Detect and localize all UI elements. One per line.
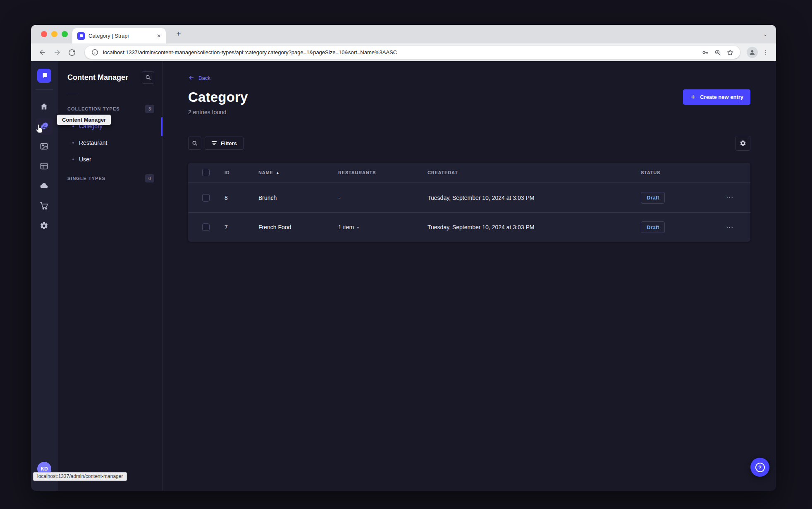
subnav-title: Content Manager — [67, 73, 128, 82]
content-type-builder-nav-icon[interactable] — [36, 158, 53, 174]
window-controls — [41, 31, 68, 37]
entries-count-text: 2 entries found — [188, 109, 776, 115]
chevron-down-icon: ▾ — [357, 225, 359, 230]
main-content: Back Category Create new entry 2 entries… — [163, 61, 776, 491]
create-new-entry-button[interactable]: Create new entry — [683, 89, 750, 105]
table-header-row: ID NAME▲ RESTAURANTS CREATEDAT STATUS — [188, 163, 750, 183]
cell-id: 7 — [224, 224, 258, 230]
sort-asc-icon: ▲ — [276, 171, 280, 175]
question-mark-icon: ? — [755, 463, 765, 472]
back-link[interactable]: Back — [188, 74, 210, 81]
subnav-item-label: User — [79, 156, 91, 163]
page-title: Category — [188, 89, 248, 105]
bullet-icon — [72, 142, 74, 144]
select-all-checkbox[interactable] — [202, 169, 210, 176]
content-manager-tooltip: Content Manager — [57, 115, 111, 125]
marketplace-cart-nav-icon[interactable] — [36, 197, 53, 214]
plus-icon — [690, 94, 696, 100]
link-preview-status: localhost:1337/admin/content-manager — [33, 472, 127, 481]
site-info-icon[interactable] — [91, 48, 99, 57]
strapi-logo[interactable] — [37, 69, 51, 83]
filter-icon — [211, 141, 217, 146]
bullet-icon — [72, 125, 74, 127]
subnav-divider — [67, 93, 77, 93]
collection-types-count-badge: 3 — [145, 105, 154, 113]
single-types-label: SINGLE TYPES — [67, 176, 105, 181]
browser-menu-icon[interactable]: ⋮ — [760, 48, 770, 56]
browser-toolbar: localhost:1337/admin/content-manager/col… — [31, 43, 776, 61]
single-types-section: SINGLE TYPES 0 — [57, 174, 162, 182]
media-library-nav-icon[interactable] — [36, 138, 53, 154]
subnav-item-restaurant[interactable]: Restaurant — [67, 134, 154, 151]
subnav-search-button[interactable] — [142, 71, 154, 84]
content-manager-subnav: Content Manager COLLECTION TYPES 3 Cat — [57, 61, 163, 491]
column-header-name[interactable]: NAME▲ — [258, 170, 338, 175]
rail-divider — [36, 89, 53, 90]
strapi-favicon — [77, 32, 85, 40]
filters-button[interactable]: Filters — [205, 137, 244, 150]
filters-bar: Filters — [188, 136, 776, 151]
close-window-button[interactable] — [41, 31, 47, 37]
zoom-window-button[interactable] — [62, 31, 68, 37]
bookmark-star-icon[interactable] — [726, 48, 734, 57]
cell-restaurants: - — [338, 194, 427, 201]
status-badge: Draft — [641, 192, 665, 204]
column-header-restaurants[interactable]: RESTAURANTS — [338, 170, 427, 175]
browser-window: Category | Strapi ✕ + ⌄ localhost:1337/a… — [31, 25, 776, 491]
url-text[interactable]: localhost:1337/admin/content-manager/col… — [103, 49, 697, 55]
column-header-createdat[interactable]: CREATEDAT — [427, 170, 641, 175]
password-key-icon[interactable] — [701, 48, 709, 57]
status-badge: Draft — [641, 221, 665, 233]
zoom-page-icon[interactable] — [714, 48, 722, 57]
filters-label: Filters — [221, 140, 237, 146]
main-nav-rail: KD — [31, 61, 57, 491]
content-manager-nav-icon[interactable] — [36, 118, 53, 134]
cell-name: Brunch — [258, 194, 338, 201]
row-checkbox[interactable] — [202, 223, 210, 231]
cell-id: 8 — [224, 194, 258, 201]
browser-profile-avatar[interactable] — [747, 47, 758, 58]
deploy-cloud-nav-icon[interactable] — [36, 178, 53, 194]
tab-title: Category | Strapi — [88, 33, 153, 39]
strapi-admin: KD Content Manager COLLECTION TYPES 3 — [31, 61, 776, 491]
help-button[interactable]: ? — [750, 458, 769, 477]
subnav-item-user[interactable]: User — [67, 151, 154, 168]
row-checkbox[interactable] — [202, 194, 210, 202]
tab-close-icon[interactable]: ✕ — [157, 33, 161, 39]
create-new-entry-label: Create new entry — [700, 94, 743, 100]
single-types-count-badge: 0 — [145, 174, 154, 182]
cell-createdat: Tuesday, September 10, 2024 at 3:03 PM — [427, 224, 641, 230]
forward-nav-icon[interactable] — [52, 47, 62, 58]
cell-restaurants[interactable]: 1 item▾ — [338, 224, 427, 230]
minimize-window-button[interactable] — [51, 31, 57, 37]
active-item-indicator — [161, 117, 162, 136]
desktop: Category | Strapi ✕ + ⌄ localhost:1337/a… — [0, 0, 812, 509]
collection-types-section: COLLECTION TYPES 3 Category Restaurant — [57, 105, 162, 168]
browser-tab[interactable]: Category | Strapi ✕ — [72, 28, 166, 43]
bullet-icon — [72, 158, 74, 160]
entries-table: ID NAME▲ RESTAURANTS CREATEDAT STATUS 8 … — [188, 163, 750, 242]
column-header-id[interactable]: ID — [224, 170, 258, 175]
back-label: Back — [198, 75, 210, 81]
cell-name: French Food — [258, 224, 338, 230]
table-row[interactable]: 7 French Food 1 item▾ Tuesday, September… — [188, 212, 750, 242]
tab-search-chevron-icon[interactable]: ⌄ — [760, 29, 770, 39]
back-nav-icon[interactable] — [37, 47, 48, 58]
settings-nav-icon[interactable] — [36, 217, 53, 234]
column-header-status[interactable]: STATUS — [641, 170, 709, 175]
collection-types-label: COLLECTION TYPES — [67, 106, 120, 111]
row-actions-button[interactable]: ⋯ — [709, 223, 750, 232]
table-settings-button[interactable] — [736, 136, 750, 151]
tab-strip: Category | Strapi ✕ + ⌄ — [31, 25, 776, 43]
reload-icon[interactable] — [67, 47, 77, 58]
cell-createdat: Tuesday, September 10, 2024 at 3:03 PM — [427, 194, 641, 201]
subnav-item-label: Restaurant — [79, 139, 107, 146]
mouse-cursor — [34, 124, 43, 134]
new-tab-button[interactable]: + — [173, 29, 184, 39]
home-nav-icon[interactable] — [36, 98, 53, 115]
table-row[interactable]: 8 Brunch - Tuesday, September 10, 2024 a… — [188, 183, 750, 212]
address-bar[interactable]: localhost:1337/admin/content-manager/col… — [85, 46, 740, 59]
row-actions-button[interactable]: ⋯ — [709, 193, 750, 202]
table-search-button[interactable] — [188, 137, 201, 150]
